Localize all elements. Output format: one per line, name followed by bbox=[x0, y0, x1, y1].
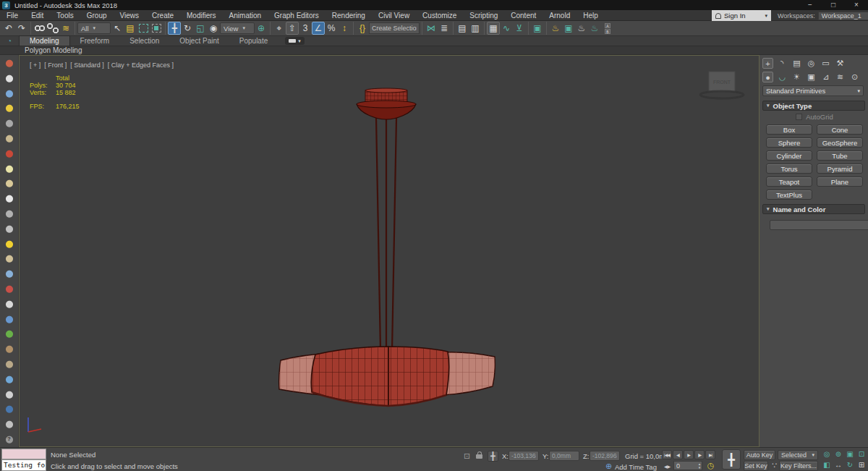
tab-display[interactable]: ▭ bbox=[820, 58, 831, 69]
z-coordinate-input[interactable] bbox=[590, 451, 620, 461]
playback-button[interactable]: ▶| bbox=[705, 450, 715, 459]
selection-filter-dropdown[interactable]: All ▾ bbox=[77, 22, 111, 34]
hair-fur-icon[interactable] bbox=[3, 344, 16, 354]
menu-item[interactable]: Modifiers bbox=[180, 10, 223, 21]
select-object-icon[interactable]: ↖ bbox=[111, 22, 124, 35]
snaps-toggle-3d-icon[interactable]: 3 bbox=[299, 22, 312, 35]
sign-in-button[interactable]: Sign In ▾ bbox=[712, 10, 771, 21]
rendered-frame-window-icon[interactable]: ▣ bbox=[562, 22, 575, 35]
render-setup-icon[interactable]: ♨ bbox=[549, 22, 562, 35]
plate-primitive-icon[interactable] bbox=[3, 164, 16, 174]
zoom-icon[interactable]: ◎ bbox=[822, 449, 832, 459]
select-by-name-icon[interactable]: ▤ bbox=[124, 22, 137, 35]
set-key-button[interactable]: Set Key bbox=[744, 461, 768, 471]
menu-item[interactable]: Customize bbox=[416, 10, 463, 21]
time-configuration-icon[interactable]: ◷ bbox=[705, 460, 716, 471]
align-icon[interactable]: ≣ bbox=[438, 22, 451, 35]
named-selection-sets-input[interactable] bbox=[369, 22, 420, 34]
frame-spinner[interactable]: ▴▾ bbox=[697, 461, 702, 470]
category-helpers-icon[interactable]: ⊿ bbox=[820, 72, 831, 82]
schematic-view-icon[interactable]: ⊻ bbox=[513, 22, 526, 35]
menu-item[interactable]: Tools bbox=[50, 10, 80, 21]
tab-modify[interactable]: ◝ bbox=[777, 58, 788, 69]
playback-button[interactable]: |▶ bbox=[694, 450, 705, 459]
undo-icon[interactable]: ↶ bbox=[2, 22, 15, 35]
rollout-object-type[interactable]: ▾ Object Type bbox=[762, 101, 865, 111]
menu-item[interactable]: File bbox=[0, 10, 25, 21]
tab-utilities[interactable]: ⚒ bbox=[835, 58, 846, 69]
ribbon-tab-populate[interactable]: Populate bbox=[229, 36, 278, 46]
angle-snap-toggle-icon[interactable]: ∠ bbox=[312, 22, 325, 35]
render-production-icon[interactable]: ♨ bbox=[575, 22, 588, 35]
object-type-button[interactable]: Sphere bbox=[766, 137, 812, 148]
sunlight-icon[interactable] bbox=[3, 239, 16, 249]
object-type-button[interactable]: Pyramid bbox=[817, 164, 863, 174]
object-type-button[interactable]: TextPlus bbox=[766, 190, 812, 200]
primitive-category-dropdown[interactable]: Standard Primitives ▾ bbox=[762, 85, 864, 96]
set-keys-button[interactable]: ╋ bbox=[722, 449, 741, 470]
particle-systems-icon[interactable] bbox=[3, 268, 16, 279]
rectangular-selection-region-icon[interactable] bbox=[137, 22, 150, 35]
menu-item[interactable]: Help bbox=[576, 10, 605, 21]
menu-item[interactable]: Graph Editors bbox=[268, 10, 326, 21]
scene-explorer-window-icon[interactable] bbox=[3, 58, 16, 68]
window-crossing-icon[interactable] bbox=[150, 22, 163, 35]
noise-sphere-icon[interactable] bbox=[3, 314, 16, 324]
menu-item[interactable]: Scripting bbox=[463, 10, 504, 21]
pan-icon[interactable]: ↔ bbox=[833, 460, 843, 470]
dome-primitive-icon[interactable] bbox=[3, 178, 16, 188]
object-type-button[interactable]: Plane bbox=[817, 177, 863, 187]
category-systems-icon[interactable]: ⊙ bbox=[849, 72, 860, 82]
key-filters-paw-icon[interactable]: ∵ bbox=[769, 460, 780, 471]
category-spacewarps-icon[interactable]: ≋ bbox=[835, 72, 846, 82]
ribbon-tab-selection[interactable]: Selection bbox=[119, 36, 169, 46]
selection-lock-icon[interactable] bbox=[474, 451, 485, 462]
menu-item[interactable]: Group bbox=[80, 10, 114, 21]
x-coordinate-input[interactable] bbox=[509, 451, 539, 461]
menu-item[interactable]: Arnold bbox=[542, 10, 576, 21]
maxscript-mini-listener[interactable]: Testing for i bbox=[1, 459, 46, 471]
object-name-input[interactable] bbox=[770, 220, 868, 230]
object-type-button[interactable]: GeoSphere bbox=[817, 137, 863, 148]
viewport-menu-general[interactable]: [ + ] bbox=[30, 61, 41, 69]
tab-motion[interactable]: ◎ bbox=[806, 58, 817, 69]
use-pivot-point-center-icon[interactable]: ⊕ bbox=[255, 22, 268, 35]
notes-book-icon[interactable] bbox=[3, 419, 16, 429]
curve-editor-icon[interactable]: ∿ bbox=[500, 22, 513, 35]
menu-item[interactable]: Animation bbox=[223, 10, 268, 21]
spinner-snap-toggle-icon[interactable]: ↕ bbox=[338, 22, 351, 35]
rollout-name-and-color[interactable]: ▾ Name and Color bbox=[762, 204, 865, 214]
toggle-scene-explorer-icon[interactable]: ▤ bbox=[456, 22, 469, 35]
cone-primitive-icon[interactable] bbox=[3, 224, 16, 234]
selection-set-dropdown[interactable]: Selected ▾ bbox=[778, 450, 818, 460]
box-envelope-icon[interactable] bbox=[3, 299, 16, 309]
viewport-menu-pov[interactable]: [ Front ] bbox=[44, 61, 67, 69]
viewcube[interactable]: FRONT bbox=[697, 70, 747, 101]
bind-to-spacewarp-icon[interactable]: ≋ bbox=[59, 22, 72, 35]
water-sphere-icon[interactable] bbox=[3, 404, 16, 414]
torus-ring-icon[interactable] bbox=[3, 193, 16, 203]
zoom-extents-icon[interactable]: ▣ bbox=[845, 449, 855, 459]
object-type-button[interactable]: Box bbox=[766, 124, 812, 135]
menu-item[interactable]: Content bbox=[504, 10, 542, 21]
menu-item[interactable]: Views bbox=[114, 10, 146, 21]
edit-named-selection-sets-icon[interactable]: {} bbox=[356, 22, 369, 35]
menu-item[interactable]: Civil View bbox=[372, 10, 416, 21]
object-type-button[interactable]: Torus bbox=[766, 164, 812, 174]
field-of-view-icon[interactable]: ◧ bbox=[822, 460, 832, 470]
category-cameras-icon[interactable]: ▣ bbox=[806, 72, 817, 82]
select-and-place-icon[interactable]: ◉ bbox=[207, 22, 220, 35]
polygon-modeling-panel-label[interactable]: Polygon Modeling bbox=[25, 46, 82, 55]
layer-list-icon[interactable] bbox=[3, 73, 16, 83]
playback-button[interactable]: |◀◀ bbox=[662, 450, 672, 459]
render-iterative-icon[interactable]: ♨ bbox=[588, 22, 601, 35]
material-editor-icon[interactable]: ▣ bbox=[531, 22, 544, 35]
maximize-button[interactable]: □ bbox=[822, 0, 845, 10]
autogrid-checkbox[interactable] bbox=[796, 114, 802, 120]
select-and-manipulate-icon[interactable]: ⌖ bbox=[273, 22, 286, 35]
maxscript-mini-listener-macro[interactable] bbox=[1, 449, 46, 459]
zoom-region-icon[interactable]: ⊡ bbox=[856, 449, 867, 459]
keyboard-shortcut-override-icon[interactable]: ⇧ bbox=[286, 22, 299, 35]
light-lister-icon[interactable] bbox=[3, 103, 16, 113]
playback-button[interactable]: ◀| bbox=[673, 450, 683, 459]
